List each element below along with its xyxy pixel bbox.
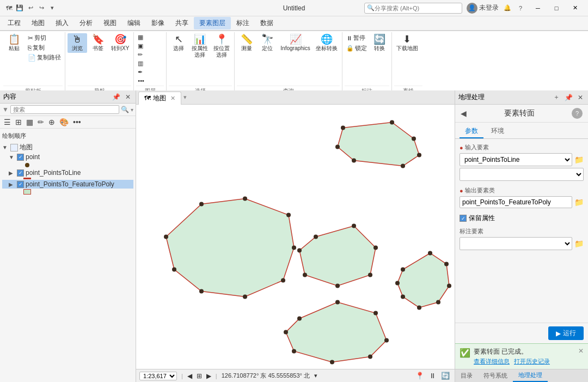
paste-button[interactable]: 📋 粘贴 xyxy=(3,33,25,53)
select-button[interactable]: ↖ 选择 xyxy=(169,33,188,53)
menu-insert[interactable]: 插入 xyxy=(50,17,74,29)
geo-input-select[interactable]: point_PointsToLine xyxy=(460,153,572,166)
measure-button[interactable]: 📏 测量 xyxy=(237,33,256,53)
tree-item-point[interactable]: ▼ ✓ point xyxy=(2,153,133,161)
menu-label[interactable]: 标注 xyxy=(231,17,255,29)
copy-button[interactable]: ⎘ 复制 xyxy=(26,43,63,52)
tree-item-line[interactable]: ▶ ✓ point_PointsToLine xyxy=(2,168,133,177)
menu-map[interactable]: 地图 xyxy=(26,17,50,29)
select-by-attr-button[interactable]: 📊 按属性选择 xyxy=(189,33,210,59)
notification-icon[interactable]: 🔔 xyxy=(503,4,512,13)
checkbox-line[interactable]: ✓ xyxy=(17,169,24,177)
preserve-attr-checkbox[interactable]: ✓ xyxy=(460,215,467,222)
geo-panel-close-button[interactable]: ✕ xyxy=(576,93,585,102)
edit-button[interactable]: ✏ xyxy=(36,117,46,127)
menu-edit[interactable]: 编辑 xyxy=(122,17,146,29)
layer-btn1[interactable]: ▦ xyxy=(136,33,146,41)
help-icon[interactable]: ? xyxy=(516,4,525,13)
undo-icon[interactable]: ↩ xyxy=(26,4,35,13)
more-icon[interactable]: ▾ xyxy=(48,4,57,13)
menu-project[interactable]: 工程 xyxy=(2,17,26,29)
redo-icon[interactable]: ↪ xyxy=(37,4,46,13)
download-map-button[interactable]: ⬇ 下载地图 xyxy=(394,33,420,53)
tree-item-map[interactable]: ▼ 地图 xyxy=(2,142,133,153)
nav-prev-icon[interactable]: ◀ xyxy=(187,372,192,380)
layer-btn4[interactable]: ▥ xyxy=(136,59,146,68)
open-history-link[interactable]: 打开历史记录 xyxy=(514,357,550,366)
lock-button[interactable]: 🔒锁定 xyxy=(345,44,369,53)
geo-label-select[interactable] xyxy=(460,237,572,250)
zoom-grid-icon[interactable]: ⊞ xyxy=(197,372,202,380)
filter-button[interactable]: ▦ xyxy=(24,117,35,127)
geo-tab-params[interactable]: 参数 xyxy=(460,125,483,138)
layer-btn3[interactable]: ✏ xyxy=(136,51,146,59)
geo-panel-add-button[interactable]: ＋ xyxy=(552,92,561,102)
copy-path-button[interactable]: 📄 复制路径 xyxy=(26,53,63,62)
table-view-button[interactable]: ⊞ xyxy=(14,117,23,127)
geo-output-input[interactable] xyxy=(460,196,572,208)
geo-input-folder-button[interactable]: 📁 xyxy=(574,155,584,164)
map-tab[interactable]: 🗺 地图 ✕ xyxy=(138,92,181,105)
map-ctrl-gps[interactable]: 📍 xyxy=(414,371,426,380)
goto-xy-button[interactable]: 🎯 转到XY xyxy=(109,33,131,53)
close-button[interactable]: ✕ xyxy=(566,3,584,14)
scale-select[interactable]: 1:23,617 xyxy=(139,372,177,380)
layer-btn2[interactable]: ▣ xyxy=(136,42,146,50)
cut-button[interactable]: ✂ 剪切 xyxy=(26,33,63,43)
menu-feature-layer[interactable]: 要素图层 xyxy=(194,17,231,29)
menu-share[interactable]: 共享 xyxy=(170,17,194,29)
menu-image[interactable]: 影像 xyxy=(146,17,170,29)
geo-back-button[interactable]: ◀ xyxy=(461,109,467,118)
panel-pin-button[interactable]: 📌 xyxy=(111,93,122,101)
geo-run-button[interactable]: ▶ 运行 xyxy=(548,326,584,340)
geo-label-folder-button[interactable]: 📁 xyxy=(574,239,584,248)
map-dropdown-icon[interactable]: ▾ xyxy=(183,94,187,101)
bookmark-button[interactable]: 🔖 书签 xyxy=(88,33,108,53)
layer-btn5[interactable]: ✒ xyxy=(136,68,146,76)
add-button[interactable]: ⊕ xyxy=(47,117,57,127)
map-ctrl-pause[interactable]: ⏸ xyxy=(427,371,438,380)
list-view-button[interactable]: ☰ xyxy=(2,117,13,127)
geo-tab-env[interactable]: 环境 xyxy=(486,125,510,138)
geo-panel-pin-button[interactable]: 📌 xyxy=(563,93,574,102)
checkbox-point[interactable]: ✓ xyxy=(17,154,24,161)
save-icon[interactable]: 💾 xyxy=(15,4,24,13)
pause-button[interactable]: ⏸暂停 xyxy=(345,33,369,43)
locate-button[interactable]: 🔭 定位 xyxy=(258,33,277,53)
coords-dropdown[interactable]: ▾ xyxy=(314,372,317,379)
maximize-button[interactable]: □ xyxy=(548,3,565,14)
menu-analysis[interactable]: 分析 xyxy=(74,17,98,29)
geo-output-folder-button[interactable]: 📁 xyxy=(574,198,584,207)
tree-item-poly[interactable]: ▶ ✓ point_PointsTo_FeatureToPoly xyxy=(2,180,133,189)
login-button[interactable]: 👤 未登录 xyxy=(467,3,499,14)
more-options-button[interactable]: ••• xyxy=(71,117,83,127)
menu-view[interactable]: 视图 xyxy=(98,17,122,29)
panel-close-button[interactable]: ✕ xyxy=(124,93,132,101)
geo-bottom-tab-catalog[interactable]: 目录 xyxy=(455,370,478,381)
nav-next-icon[interactable]: ▶ xyxy=(206,372,211,380)
convert-button[interactable]: 🔄 转换 xyxy=(370,33,389,53)
menu-data[interactable]: 数据 xyxy=(255,17,279,29)
geo-bottom-tab-geo[interactable]: 地理处理 xyxy=(513,369,548,382)
style-button[interactable]: 🎨 xyxy=(58,117,70,127)
geo-input-select2[interactable] xyxy=(460,168,584,181)
select-by-loc-button[interactable]: 📍 按位置选择 xyxy=(211,33,232,59)
map-tab-close[interactable]: ✕ xyxy=(170,95,175,102)
map-canvas[interactable] xyxy=(136,105,455,369)
layer-more[interactable]: ••• xyxy=(136,77,146,84)
notif-close-button[interactable]: ✕ xyxy=(578,347,584,355)
global-search-input[interactable] xyxy=(375,5,445,11)
geo-help-button[interactable]: ? xyxy=(572,108,583,119)
coord-convert-button[interactable]: 🌐 坐标转换 xyxy=(314,33,340,53)
scale-control[interactable]: 1:23,617 xyxy=(139,372,177,380)
view-details-link[interactable]: 查看详细信息 xyxy=(474,357,510,366)
map-ctrl-refresh[interactable]: 🔄 xyxy=(439,371,451,380)
checkbox-poly[interactable]: ✓ xyxy=(17,181,24,188)
minimize-button[interactable]: ─ xyxy=(529,3,547,14)
infographics-button[interactable]: 📈 Infographics xyxy=(278,33,312,53)
geo-bottom-tab-symbols[interactable]: 符号系统 xyxy=(478,370,513,381)
content-search-input[interactable] xyxy=(10,105,119,114)
browse-button[interactable]: 🖱 浏览 xyxy=(68,33,87,53)
global-search[interactable]: 🔍 xyxy=(364,3,462,14)
search-dropdown-icon[interactable]: ▾ xyxy=(131,107,133,113)
